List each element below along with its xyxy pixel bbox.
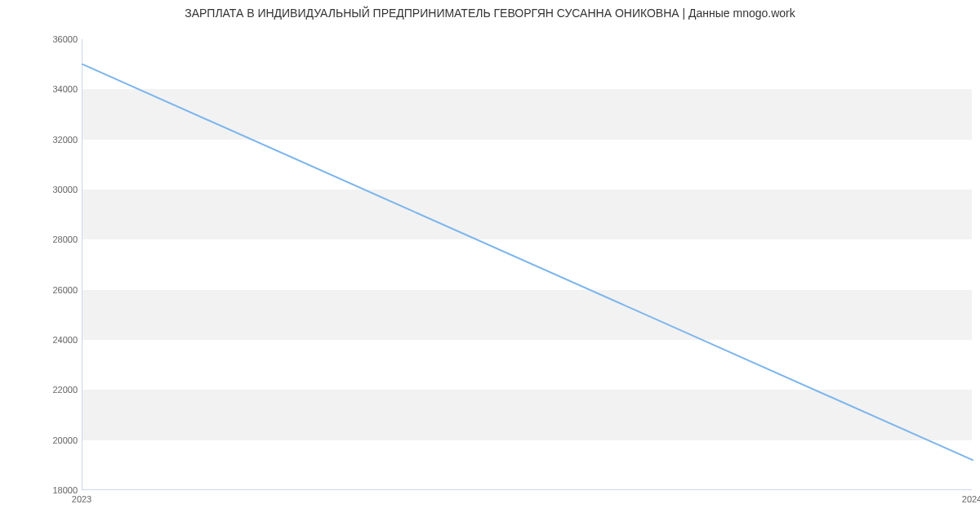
y-tick-label: 36000 (0, 34, 78, 44)
chart-container: ЗАРПЛАТА В ИНДИВИДУАЛЬНЫЙ ПРЕДПРИНИМАТЕЛ… (0, 0, 980, 531)
y-tick-label: 20000 (0, 435, 78, 445)
y-tick-label: 34000 (0, 84, 78, 94)
plot-area (82, 39, 972, 490)
line-series-layer (82, 39, 972, 489)
line-series (82, 65, 973, 461)
y-tick-label: 24000 (0, 335, 78, 345)
y-tick-label: 32000 (0, 135, 78, 145)
y-tick-label: 18000 (0, 485, 78, 495)
y-tick-label: 30000 (0, 185, 78, 194)
y-tick-label: 28000 (0, 234, 78, 244)
x-tick-label: 2024 (962, 494, 980, 504)
x-tick-label: 2023 (72, 494, 91, 504)
y-tick-label: 26000 (0, 285, 78, 295)
chart-title: ЗАРПЛАТА В ИНДИВИДУАЛЬНЫЙ ПРЕДПРИНИМАТЕЛ… (0, 7, 980, 20)
y-tick-label: 22000 (0, 385, 78, 395)
